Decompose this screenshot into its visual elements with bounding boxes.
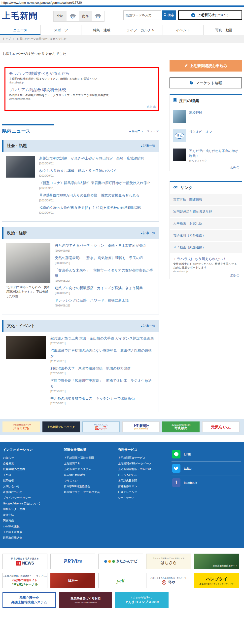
footer-link[interactable]: 上毛新聞写真サービス [118, 455, 169, 461]
sidebar-ad[interactable]: モラハラ夫にもう耐えられない！ 女性弁護士におまかせください。離婚を実現させるた… [170, 254, 242, 274]
banner-playback[interactable]: 上毛新聞プレーバック [42, 422, 80, 432]
banner-yell[interactable]: yell [98, 573, 143, 588]
footer-link[interactable]: 印刷センター案内 [3, 506, 64, 512]
nav-item-sports[interactable]: スポーツ [40, 25, 81, 35]
banner-kazakko[interactable]: 子どもしんぶん 風っ子 [82, 422, 120, 432]
footer-link[interactable]: 上毛新聞アドシステム [64, 466, 118, 472]
article-link[interactable]: 持ち運びできるパーティション 高崎・青木製作所が発売 [55, 244, 146, 247]
footer-link[interactable]: Google Adsence 広告について [3, 501, 64, 506]
ad-unit[interactable]: モラハラで離婚すべきか悩んだら 夫婦間の精神的虐待で悩まないで下さい（離婚）お気… [9, 71, 154, 84]
sidebar-link-olympics[interactable]: 東京五輪 関連情報 [170, 194, 242, 206]
footer-link[interactable]: 上毛記念日新聞 [118, 478, 169, 484]
footer-link[interactable]: ジー・サーチ [118, 495, 169, 501]
search-input[interactable] [124, 11, 161, 20]
footer-link[interactable]: 群馬県NIE推進協議会 [64, 484, 118, 489]
about-company-button[interactable]: ▶ 上毛新聞社について [178, 10, 242, 20]
footer-link[interactable]: わが家の主役 [3, 524, 64, 529]
footer-link[interactable]: 同窓万歳 [3, 518, 64, 524]
twitter-social-link[interactable]: twitter [172, 462, 241, 476]
footer-link[interactable]: 上毛賞 [3, 472, 64, 478]
ad-title-link[interactable]: モラハラで離婚すべきか悩んだら [9, 71, 154, 76]
footer-link[interactable]: 会社概要 [3, 461, 64, 466]
breadcrumb-home[interactable]: トップ [2, 37, 11, 40]
article-link[interactable]: 中之条の地場食材でタコス キッチンカーで試験販売 [50, 396, 135, 400]
nav-item-life-culture[interactable]: ライフ・カルチャー [122, 25, 163, 35]
featured-link[interactable]: 視点オピニオン [189, 130, 212, 142]
footer-link[interactable]: 上毛新聞WEBデータベース [118, 461, 169, 466]
sidebar-link-denshi[interactable]: 電子速報（号外紙面） [170, 230, 242, 242]
article-link[interactable]: 《新型コロナ》群馬県内3人陽性 東吾妻の原町日赤が一部受け入れ停止 [39, 181, 150, 185]
footer-link[interactable]: プライバシーポリシー [3, 495, 64, 501]
nav-item-events[interactable]: イベント [163, 25, 203, 35]
sidebar-link-47video[interactable]: ４７動画（紙面連動） [170, 242, 242, 254]
subscribe-button[interactable]: 上毛新聞購読お申込み [170, 60, 242, 72]
article-link[interactable]: 敵兵迎え撃つ工夫 太田・金山城の大手道 ガイダンス施設で企画展 [50, 336, 154, 340]
footer-link[interactable]: 上毛新聞ＴＲ [64, 461, 118, 466]
featured-item[interactable]: 高校野球 [170, 107, 242, 126]
footer-link[interactable]: 雷神囲碁サロン [118, 484, 169, 489]
footer-link[interactable]: お問い合わせ [3, 484, 64, 489]
banner-silk-heritage[interactable]: 絹産業遺産群応援サイト [194, 554, 239, 569]
featured-ad-link[interactable]: 死んだ兄に成り代わり不良の弟が制裁！ [189, 149, 238, 158]
article-link[interactable]: 建築プロ向けの新業態店 カインズが横浜にきょう開業 [55, 286, 143, 290]
footer-link[interactable]: 群馬綜合新聞販売 [64, 472, 118, 478]
footer-link[interactable]: 広告掲載のご案内 [3, 466, 64, 472]
article-link[interactable]: 利根沼田夢大学 尾瀬で撮影開始 地域の魅力発信 [50, 366, 131, 370]
banner-omairi-portal[interactable]: お詣りにまつわる情報のポータルサイト 礼号や [146, 573, 191, 588]
ad-unit[interactable]: プレミアム商品券 印刷料金比較 偽造防止加工の種類と機能をチェックプリントフェス… [9, 88, 154, 100]
banner-kitakan-navi[interactable]: きたかんナビ [98, 554, 143, 569]
footer-link[interactable]: 日経テレコン21 [118, 489, 169, 495]
banner-prwire[interactable]: PRWire [50, 554, 95, 569]
footer-link[interactable]: 後援申請 [3, 512, 64, 518]
footer-link[interactable]: 上毛新聞厚生福祉事業団 [64, 455, 118, 461]
article-link[interactable]: 突然の辞意表明に「驚き」 病気治療に理解も 県民の声 [55, 256, 143, 260]
ad-info-label[interactable]: 広告 ⓘ [170, 274, 242, 279]
banner-genki-life[interactable]: 元気らいふ [202, 422, 240, 432]
banner-47news[interactable]: 日本が見える 地方が見える 47NEWS [2, 554, 47, 569]
kennai-top-link[interactable]: ▶県内ニューストップ [129, 129, 159, 133]
featured-link[interactable]: 高校野球 [189, 110, 202, 123]
article-link[interactable]: 沼田城跡で江戸初期の絵図にない堀跡発見 真田信之以前の遺構か [50, 348, 152, 358]
footer-link[interactable]: 上毛紙上写真展 [3, 529, 64, 535]
facebook-social-link[interactable]: f facebook [172, 476, 241, 490]
banner-gunma-marathon[interactable]: GUNMA MARATHON 写真販売 [162, 422, 200, 432]
article-link[interactable]: 河畔で野外劇「広瀬川空中演劇」 前橋で３団体 ラジオ生放送も [50, 378, 152, 388]
banner-gunma-columbus[interactable]: ぐんまから地球へ。 ぐんまコロンブス2019 [115, 592, 169, 608]
sidebar-link-tomioka[interactable]: 富岡製糸場と絹産業遺産群 [170, 206, 242, 218]
footer-link[interactable]: 上毛新聞縮刷版－CD-ROM－ [118, 466, 169, 472]
article-link[interactable]: 「交流盛んな未来を」 前橋市へイタリアの友好都市市長が手紙 [55, 268, 153, 278]
culture-article-thumbnail[interactable] [6, 336, 46, 359]
article-link[interactable]: ドレッシングに活路 ハワード、前橋に新工場 [55, 298, 129, 302]
nav-item-photo-video[interactable]: 写真・動画 [203, 25, 244, 35]
footer-link[interactable]: 著作権について [3, 489, 64, 495]
banner-publishing[interactable]: 上毛新聞社 your publishing [122, 422, 160, 432]
banner-hachisara[interactable]: 北信越・北関東のグルメ情報サイト はちさら [146, 554, 191, 569]
ad-title-link[interactable]: モラハラ夫にもう耐えられない！ [173, 257, 238, 261]
politics-article-thumbnail[interactable] [6, 243, 50, 283]
article-list-link[interactable]: ▶記事一覧 [141, 144, 155, 148]
featured-item[interactable]: 視 点 視点オピニオン [170, 126, 242, 145]
search-button[interactable]: 検索 [162, 10, 176, 20]
site-logo[interactable]: 上毛新聞 [2, 10, 38, 22]
footer-link[interactable]: じょうもばいる [118, 472, 169, 478]
article-list-link[interactable]: ▶記事一覧 [141, 231, 155, 235]
banner-gunma-health-foundation[interactable]: 群馬県健康づくり財団 Gunma Health Foundation [59, 592, 112, 608]
ad-title-link[interactable]: プレミアム商品券 印刷料金比較 [9, 88, 154, 93]
footer-link[interactable]: 群馬県アマチュアゴルフ大会 [64, 489, 118, 495]
article-link[interactable]: ねぐら入り旅立ち準備 群馬・多々良沼のツバメ [39, 169, 116, 172]
line-social-link[interactable]: LINE [172, 448, 241, 462]
nav-item-features[interactable]: 特集・連載 [81, 25, 122, 35]
footer-link[interactable]: 群馬政経懇話会 [3, 535, 64, 541]
banner-harebutai[interactable]: ハレブタイ 上毛新聞社のクラウドファンディング [194, 573, 239, 588]
article-link[interactable]: 新施設で初の訓練 がれきや土砂から救出想定 高崎・広域消防局 [39, 156, 144, 160]
article-list-link[interactable]: ▶記事一覧 [141, 324, 155, 328]
footer-link[interactable]: お知らせ [3, 455, 64, 461]
market-report-button[interactable]: マーケット速報 [170, 78, 242, 88]
featured-ad-item[interactable]: 死んだ兄に成り代わり不良の弟が制裁！ めちゃコミック [170, 145, 242, 166]
banner-jomodachi[interactable]: 上毛新聞愛読者クラブ ジョモだち [2, 422, 40, 432]
sidebar-link-jinji[interactable]: 人事検索 お試し版 [170, 218, 242, 230]
nav-item-news[interactable]: ニュース [0, 25, 40, 35]
footer-link[interactable]: でりじぇい [64, 478, 118, 484]
banner-47gyosei-journal[interactable]: ─全国の新聞社と共同通信ニュースサイト─ 行政専門情報サイト 47行政ジャーナル [2, 573, 47, 588]
banner-food-collage[interactable]: 日本一 [50, 573, 95, 588]
